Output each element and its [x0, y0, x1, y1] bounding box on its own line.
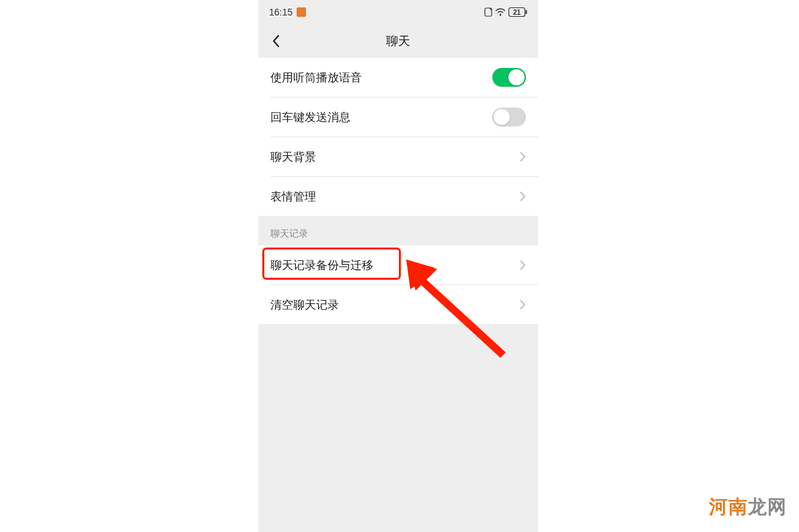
toggle-speaker-voice[interactable] — [492, 68, 526, 87]
status-left: 16:15 — [269, 7, 306, 17]
status-time: 16:15 — [269, 7, 293, 17]
watermark-b: 龙网 — [748, 496, 787, 517]
row-label: 清空聊天记录 — [270, 297, 339, 313]
chevron-left-icon — [272, 34, 280, 48]
battery-text: 21 — [513, 9, 521, 16]
status-app-icon — [297, 7, 306, 17]
svg-point-1 — [500, 14, 502, 16]
wifi-icon — [495, 8, 506, 16]
row-enter-send[interactable]: 回车键发送消息 — [258, 98, 538, 137]
status-bar: 16:15 21 — [258, 0, 538, 24]
nav-header: 聊天 — [258, 24, 538, 58]
row-clear-history[interactable]: 清空聊天记录 — [258, 285, 538, 324]
row-label: 聊天背景 — [270, 149, 316, 165]
settings-group-general: 使用听筒播放语音 回车键发送消息 聊天背景 表情管理 — [258, 58, 538, 216]
row-label: 聊天记录备份与迁移 — [270, 258, 373, 273]
settings-group-history: 聊天记录备份与迁移 清空聊天记录 — [258, 245, 538, 324]
row-label: 使用听筒播放语音 — [270, 70, 362, 85]
row-chat-background[interactable]: 聊天背景 — [258, 137, 538, 176]
toggle-knob — [508, 69, 525, 85]
chevron-right-icon — [520, 151, 526, 162]
row-backup-migrate[interactable]: 聊天记录备份与迁移 — [258, 245, 538, 284]
toggle-knob — [494, 109, 510, 125]
watermark-a: 河南 — [709, 496, 748, 517]
svg-rect-3 — [526, 10, 527, 14]
status-right: 21 — [484, 7, 527, 17]
row-label: 表情管理 — [270, 189, 316, 204]
back-button[interactable] — [266, 32, 285, 50]
chevron-right-icon — [520, 299, 526, 310]
row-speaker-voice[interactable]: 使用听筒播放语音 — [258, 58, 538, 97]
row-label: 回车键发送消息 — [270, 110, 350, 125]
sim-icon — [484, 7, 492, 17]
section-header-history: 聊天记录 — [258, 216, 538, 245]
row-sticker-management[interactable]: 表情管理 — [258, 177, 538, 216]
page-title: 聊天 — [258, 33, 538, 49]
watermark: 河南龙网 — [709, 494, 787, 520]
chevron-right-icon — [520, 260, 526, 270]
battery-icon: 21 — [508, 7, 527, 17]
chevron-right-icon — [520, 191, 526, 202]
phone-screen: 16:15 21 聊天 使用听筒播放语音 回车键发送消息 — [258, 0, 538, 532]
toggle-enter-send[interactable] — [492, 108, 526, 126]
